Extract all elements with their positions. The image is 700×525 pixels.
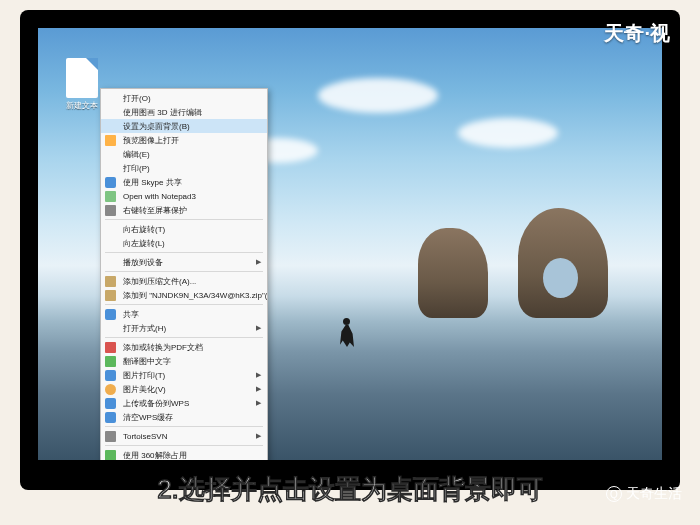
wallpaper-decoration (338, 318, 356, 350)
menu-item-label: 设置为桌面背景(B) (123, 121, 190, 132)
context-menu: 打开(O)使用图画 3D 进行编辑设置为桌面背景(B)预览图像上打开编辑(E)打… (100, 88, 268, 460)
context-menu-item[interactable]: 右键转至屏幕保护 (101, 203, 267, 217)
menu-separator (105, 337, 263, 338)
menu-item-label: 编辑(E) (123, 149, 150, 160)
menu-item-label: Open with Notepad3 (123, 192, 196, 201)
menu-separator (105, 304, 263, 305)
context-menu-item[interactable]: 使用 360解除占用 (101, 448, 267, 460)
menu-item-label: 使用图画 3D 进行编辑 (123, 107, 202, 118)
submenu-arrow-icon: ▶ (256, 371, 261, 379)
context-menu-item[interactable]: 共享 (101, 307, 267, 321)
blue-icon (105, 370, 116, 381)
menu-item-label: 添加到压缩文件(A)... (123, 276, 196, 287)
blue-icon (105, 309, 116, 320)
context-menu-item[interactable]: TortoiseSVN▶ (101, 429, 267, 443)
wallpaper-decoration (458, 118, 558, 148)
menu-item-label: 图片打印(T) (123, 370, 165, 381)
context-menu-item[interactable]: 使用 Skype 共享 (101, 175, 267, 189)
context-menu-item[interactable]: 上传或备份到WPS▶ (101, 396, 267, 410)
wallpaper-decoration (318, 78, 438, 113)
submenu-arrow-icon: ▶ (256, 385, 261, 393)
context-menu-item[interactable]: 打开(O) (101, 91, 267, 105)
menu-item-label: 添加或转换为PDF文档 (123, 342, 203, 353)
context-menu-item[interactable]: 使用图画 3D 进行编辑 (101, 105, 267, 119)
context-menu-item[interactable]: 向左旋转(L) (101, 236, 267, 250)
submenu-arrow-icon: ▶ (256, 324, 261, 332)
menu-item-label: 使用 Skype 共享 (123, 177, 182, 188)
green-icon (105, 356, 116, 367)
context-menu-item[interactable]: 清空WPS缓存 (101, 410, 267, 424)
context-menu-item[interactable]: 预览图像上打开 (101, 133, 267, 147)
wallpaper-decoration (418, 228, 488, 318)
menu-item-label: 右键转至屏幕保护 (123, 205, 187, 216)
context-menu-item[interactable]: 打开方式(H)▶ (101, 321, 267, 335)
menu-item-label: 打开(O) (123, 93, 151, 104)
blue-icon (105, 177, 116, 188)
monitor-bezel: 新建文本 打开(O)使用图画 3D 进行编辑设置为桌面背景(B)预览图像上打开编… (20, 10, 680, 490)
menu-item-label: 使用 360解除占用 (123, 450, 187, 461)
gray-icon (105, 431, 116, 442)
context-menu-item[interactable]: 添加到压缩文件(A)... (101, 274, 267, 288)
menu-separator (105, 271, 263, 272)
menu-item-label: 向左旋转(L) (123, 238, 165, 249)
img-icon (105, 135, 116, 146)
context-menu-item[interactable]: 打印(P) (101, 161, 267, 175)
watermark-top-right: 天奇·视 (604, 20, 670, 47)
watermark-bottom-right: Q 天奇生活 (606, 485, 682, 503)
blue-icon (105, 398, 116, 409)
menu-item-label: 翻译图中文字 (123, 356, 171, 367)
menu-item-label: 共享 (123, 309, 139, 320)
menu-separator (105, 219, 263, 220)
red-icon (105, 342, 116, 353)
zip-icon (105, 290, 116, 301)
np-icon (105, 191, 116, 202)
desktop-screen[interactable]: 新建文本 打开(O)使用图画 3D 进行编辑设置为桌面背景(B)预览图像上打开编… (38, 28, 662, 460)
menu-item-label: 预览图像上打开 (123, 135, 179, 146)
menu-separator (105, 252, 263, 253)
watermark-text: 天奇生活 (626, 485, 682, 503)
zip-icon (105, 276, 116, 287)
submenu-arrow-icon: ▶ (256, 258, 261, 266)
context-menu-item[interactable]: 播放到设备▶ (101, 255, 267, 269)
gray-icon (105, 205, 116, 216)
menu-item-label: 打印(P) (123, 163, 150, 174)
context-menu-item[interactable]: 向右旋转(T) (101, 222, 267, 236)
menu-item-label: 播放到设备 (123, 257, 163, 268)
wallpaper-decoration (518, 208, 608, 318)
submenu-arrow-icon: ▶ (256, 399, 261, 407)
tutorial-caption: 2.选择并点击设置为桌面背景即可 (0, 472, 700, 507)
menu-item-label: 添加到 "NJNDK9N_K3A/34W@hK3.zip"(T) (123, 290, 267, 301)
blue-icon (105, 412, 116, 423)
menu-item-label: 打开方式(H) (123, 323, 166, 334)
menu-item-label: 清空WPS缓存 (123, 412, 173, 423)
menu-separator (105, 426, 263, 427)
menu-item-label: TortoiseSVN (123, 432, 167, 441)
submenu-arrow-icon: ▶ (256, 432, 261, 440)
context-menu-item[interactable]: Open with Notepad3 (101, 189, 267, 203)
menu-item-label: 图片美化(V) (123, 384, 166, 395)
context-menu-item[interactable]: 设置为桌面背景(B) (101, 119, 267, 133)
desktop-file-icon[interactable] (66, 58, 98, 98)
context-menu-item[interactable]: 编辑(E) (101, 147, 267, 161)
context-menu-item[interactable]: 添加或转换为PDF文档 (101, 340, 267, 354)
context-menu-item[interactable]: 添加到 "NJNDK9N_K3A/34W@hK3.zip"(T) (101, 288, 267, 302)
context-menu-item[interactable]: 翻译图中文字 (101, 354, 267, 368)
menu-item-label: 上传或备份到WPS (123, 398, 189, 409)
context-menu-item[interactable]: 图片打印(T)▶ (101, 368, 267, 382)
menu-item-label: 向右旋转(T) (123, 224, 165, 235)
green-icon (105, 450, 116, 460)
context-menu-item[interactable]: 图片美化(V)▶ (101, 382, 267, 396)
watermark-logo-icon: Q (606, 486, 622, 502)
orange-icon (105, 384, 116, 395)
menu-separator (105, 445, 263, 446)
